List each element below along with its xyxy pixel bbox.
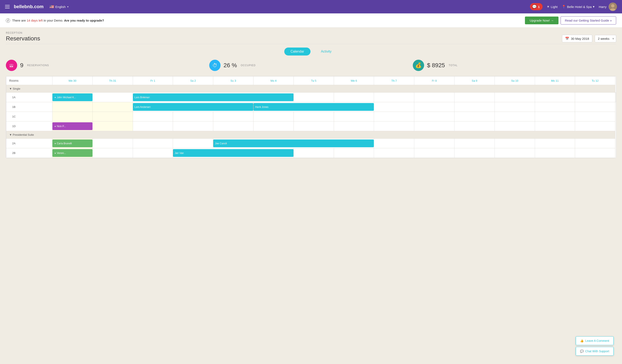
cell-2b-fr1[interactable] [133,148,173,158]
cell-1a-mo4[interactable] [293,92,334,102]
hotel-selector[interactable]: 📍 Belle Hotel & Spa ▾ [562,5,595,9]
cell-1c-sa9[interactable] [454,112,495,122]
cell-1c-mo4[interactable] [253,112,293,122]
cell-1b-su10[interactable] [495,102,535,112]
cell-1a-we6[interactable] [374,92,414,102]
cell-1a-tu5[interactable] [334,92,374,102]
cell-1d-su10[interactable] [495,122,535,131]
reservation-carla-brunelli[interactable]: Carla Brunelli [52,140,93,147]
days-left-label: 14 days left [27,19,43,22]
reservation-lars-binkman[interactable]: Lars Binkman [133,93,293,101]
cell-2a-su10[interactable] [495,139,535,148]
cell-1d-fr1[interactable] [133,122,173,131]
cell-1d-sa9[interactable] [454,122,495,131]
tab-calendar[interactable]: Calendar [284,48,311,55]
cell-1d-su3[interactable] [213,122,253,131]
cell-1c-fr1[interactable] [133,112,173,122]
cell-2a-we30[interactable]: Carla Brunelli [52,139,93,148]
group-presidential-header: ▼ Presidential Suite [6,131,616,139]
cell-1a-we30[interactable]: John Michael K... [52,92,93,102]
cell-2a-sa2[interactable] [173,139,213,148]
day-header-th7: Th 7 [374,76,414,85]
user-menu[interactable]: Harry [599,2,617,11]
cell-1d-fr8[interactable] [414,122,454,131]
cell-2a-sa9[interactable] [454,139,495,148]
cell-1c-th7[interactable] [374,112,414,122]
cell-2a-fr1[interactable] [133,139,173,148]
menu-icon[interactable] [5,5,10,8]
theme-toggle[interactable]: ☀ Light [547,5,558,9]
cell-1b-we30[interactable] [52,102,93,112]
cell-2b-we30[interactable]: Veroni... [52,148,93,158]
reservation-veronica[interactable]: Veroni... [52,149,93,157]
cell-1a-th7[interactable] [414,92,454,102]
weeks-selector[interactable]: 2 weeks 1 week 3 weeks 4 weeks [595,35,616,42]
cell-1c-su3[interactable] [213,112,253,122]
cell-2a-fr8[interactable] [414,139,454,148]
cell-1c-fr8[interactable] [414,112,454,122]
reservation-jan-van[interactable]: Jan Van [173,149,293,157]
cell-1a-mo11[interactable] [575,92,615,102]
language-selector[interactable]: 🇺🇸 English ▾ [49,4,69,9]
cell-2b-mo11[interactable] [535,148,575,158]
cell-1b-fr8[interactable] [414,102,454,112]
cell-1b-th7[interactable] [374,102,414,112]
cell-1a-th31[interactable] [93,92,133,102]
cell-1b-mo11[interactable] [535,102,575,112]
cell-1c-th31[interactable] [93,112,133,122]
cell-1c-tu12[interactable] [575,112,615,122]
cell-1a-fr1-su3[interactable]: Lars Binkman [133,92,293,102]
getting-started-button[interactable]: Read our Getting Started Guide » [561,16,616,24]
cell-2b-sa9[interactable] [454,148,495,158]
cell-2b-th31[interactable] [93,148,133,158]
cell-1c-we30[interactable] [52,112,93,122]
cell-2a-th31[interactable] [93,139,133,148]
cell-1d-tu5[interactable] [293,122,334,131]
cell-2a-tu12[interactable] [575,139,615,148]
cell-1c-mo11[interactable] [535,112,575,122]
reservation-john-michael[interactable]: John Michael K... [52,93,93,101]
cell-1d-sa2[interactable] [173,122,213,131]
cell-1c-we6[interactable] [334,112,374,122]
cell-1a-tu12[interactable] [615,92,616,102]
cell-1b-tu12[interactable] [575,102,615,112]
cell-1d-th31[interactable] [93,122,133,131]
cell-2b-th7[interactable] [374,148,414,158]
cell-1d-mo4[interactable] [253,122,293,131]
cell-1a-su10[interactable] [535,92,575,102]
cell-1d-we6[interactable] [334,122,374,131]
cell-2a-mo11[interactable] [535,139,575,148]
app-header: bellebnb.com 🇺🇸 English ▾ 💬 1 ☀ Light 📍 … [0,0,622,13]
reservation-lars-andersen[interactable]: Lars Andersen [133,103,253,111]
cell-2a-su3-we6[interactable]: Joe Canoli [213,139,374,148]
cell-1a-sa9[interactable] [495,92,535,102]
chat-notification-button[interactable]: 💬 1 [530,3,543,10]
reservation-nick-p[interactable]: Nick P... [52,122,93,130]
cell-1c-sa2[interactable] [173,112,213,122]
cell-1b-th31[interactable] [93,102,133,112]
cell-1c-tu5[interactable] [293,112,334,122]
cell-2b-tu5[interactable] [293,148,334,158]
cell-1b-fr1-su3[interactable]: Lars Andersen [133,102,253,112]
cell-2b-tu12[interactable] [575,148,615,158]
cell-1d-we30[interactable]: Nick P... [52,122,93,131]
cell-2b-sa2-mo4[interactable]: Jan Van [173,148,293,158]
cell-2a-th7[interactable] [374,139,414,148]
upgrade-button[interactable]: Upgrade Now! → [525,17,558,24]
cell-1d-th7[interactable] [374,122,414,131]
cell-2b-we6[interactable] [334,148,374,158]
date-picker[interactable]: 📅 30 May 2018 [562,35,592,42]
tab-activity[interactable]: Activity [315,48,338,55]
reservation-hank-jones[interactable]: Hank Jones [253,103,374,111]
reservation-joe-canoli[interactable]: Joe Canoli [213,140,374,147]
main-content: RECEPTION Reservations 📅 30 May 2018 2 w… [0,28,622,164]
cell-1c-su10[interactable] [495,112,535,122]
day-header-fr8: Fr 8 [414,76,454,85]
cell-1a-fr8[interactable] [454,92,495,102]
cell-2b-fr8[interactable] [414,148,454,158]
cell-1b-mo4-we6[interactable]: Hank Jones [253,102,374,112]
cell-1d-mo11[interactable] [535,122,575,131]
cell-1d-tu12[interactable] [575,122,615,131]
cell-1b-sa9[interactable] [454,102,495,112]
cell-2b-su10[interactable] [495,148,535,158]
